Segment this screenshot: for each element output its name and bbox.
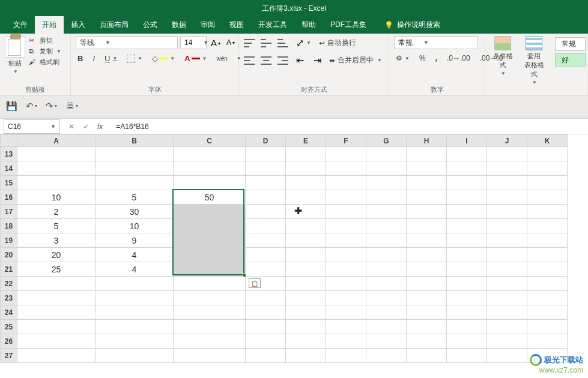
cell-C13[interactable]	[174, 147, 246, 161]
col-header-E[interactable]: E	[286, 135, 326, 147]
row-header-14[interactable]: 14	[1, 161, 17, 176]
cell-H17[interactable]	[407, 205, 447, 219]
italic-button[interactable]: I	[91, 53, 97, 64]
cell-G24[interactable]	[366, 305, 407, 320]
cell-H16[interactable]	[407, 190, 447, 205]
cell-G17[interactable]	[366, 205, 407, 219]
cell-C15[interactable]	[174, 176, 246, 190]
cell-K27[interactable]	[527, 349, 568, 363]
cell-I21[interactable]	[447, 262, 487, 277]
bold-button[interactable]: B	[76, 53, 85, 64]
cell-E15[interactable]	[286, 176, 326, 190]
cell-K13[interactable]	[527, 147, 568, 161]
cell-D17[interactable]	[246, 205, 286, 219]
row-header-25[interactable]: 25	[1, 320, 17, 334]
tab-insert[interactable]: 插入	[64, 16, 92, 34]
cell-F19[interactable]	[326, 233, 366, 248]
cell-B19[interactable]: 9	[95, 233, 174, 248]
tab-dev[interactable]: 开发工具	[251, 16, 294, 34]
cell-F13[interactable]	[326, 147, 366, 161]
cell-F23[interactable]	[326, 291, 366, 305]
cell-K18[interactable]	[527, 219, 568, 233]
cell-E14[interactable]	[286, 161, 326, 176]
align-bottom-button[interactable]	[277, 39, 288, 47]
cell-H21[interactable]	[407, 262, 447, 277]
cell-J21[interactable]	[487, 262, 527, 277]
cell-B26[interactable]	[95, 334, 174, 349]
cell-I22[interactable]	[447, 277, 487, 291]
cell-G19[interactable]	[366, 233, 407, 248]
col-header-K[interactable]: K	[527, 135, 568, 147]
align-top-button[interactable]	[244, 39, 255, 47]
row-header-20[interactable]: 20	[1, 248, 17, 262]
cell-H25[interactable]	[407, 320, 447, 334]
cell-J22[interactable]	[487, 277, 527, 291]
cell-G15[interactable]	[366, 176, 407, 190]
cell-E25[interactable]	[286, 320, 326, 334]
copy-button[interactable]: ⧉复制▼	[29, 47, 61, 56]
cell-D16[interactable]	[246, 190, 286, 205]
cell-D19[interactable]	[246, 233, 286, 248]
cell-D21[interactable]	[246, 262, 286, 277]
cell-D14[interactable]	[246, 161, 286, 176]
cell-D26[interactable]	[246, 334, 286, 349]
cell-I16[interactable]	[447, 190, 487, 205]
decrease-indent-button[interactable]: ⇤	[294, 53, 306, 67]
tab-help[interactable]: 帮助	[294, 16, 323, 34]
row-header-27[interactable]: 27	[1, 349, 17, 363]
cell-D27[interactable]	[246, 349, 286, 363]
cell-C27[interactable]	[174, 349, 246, 363]
cut-button[interactable]: ✂剪切	[29, 36, 61, 45]
cell-G25[interactable]	[366, 320, 407, 334]
cell-B21[interactable]: 4	[95, 262, 174, 277]
cell-F17[interactable]	[326, 205, 366, 219]
cell-I13[interactable]	[447, 147, 487, 161]
increase-indent-button[interactable]: ⇥	[312, 53, 323, 67]
cell-F16[interactable]	[326, 190, 366, 205]
cell-H20[interactable]	[407, 248, 447, 262]
cell-B13[interactable]	[95, 147, 174, 161]
cell-G27[interactable]	[366, 349, 407, 363]
row-header-13[interactable]: 13	[1, 147, 17, 161]
cell-A15[interactable]	[17, 176, 95, 190]
tab-pdf[interactable]: PDF工具集	[323, 16, 374, 34]
enter-button[interactable]: ✓	[83, 122, 89, 131]
cell-styles-gallery[interactable]: 常规 好	[551, 34, 587, 95]
accounting-format-button[interactable]: ⚙▼	[394, 53, 411, 64]
cell-I14[interactable]	[447, 161, 487, 176]
col-header-D[interactable]: D	[246, 135, 286, 147]
cell-G16[interactable]	[366, 190, 407, 205]
cell-B24[interactable]	[95, 305, 174, 320]
conditional-format-button[interactable]: 条件格式▼	[490, 36, 515, 76]
decrease-font-button[interactable]: A▾	[225, 37, 237, 48]
name-box[interactable]: C16▼	[4, 119, 60, 134]
cell-K19[interactable]	[527, 233, 568, 248]
align-right-button[interactable]	[277, 56, 288, 65]
cell-D18[interactable]	[246, 219, 286, 233]
cell-J15[interactable]	[487, 176, 527, 190]
cell-B25[interactable]	[95, 320, 174, 334]
cell-G26[interactable]	[366, 334, 407, 349]
cell-B20[interactable]: 4	[95, 248, 174, 262]
cell-A19[interactable]: 3	[17, 233, 95, 248]
cell-E27[interactable]	[286, 349, 326, 363]
cell-K25[interactable]	[527, 320, 568, 334]
redo-button[interactable]: ↷▾	[46, 101, 57, 112]
cell-F25[interactable]	[326, 320, 366, 334]
cell-J25[interactable]	[487, 320, 527, 334]
cell-A22[interactable]	[17, 277, 95, 291]
row-header-23[interactable]: 23	[1, 291, 17, 305]
cell-B16[interactable]: 5	[95, 190, 174, 205]
col-header-H[interactable]: H	[407, 135, 447, 147]
cell-I27[interactable]	[447, 349, 487, 363]
row-header-17[interactable]: 17	[1, 205, 17, 219]
cell-H19[interactable]	[407, 233, 447, 248]
cell-F27[interactable]	[326, 349, 366, 363]
cell-I18[interactable]	[447, 219, 487, 233]
cell-J20[interactable]	[487, 248, 527, 262]
cell-K14[interactable]	[527, 161, 568, 176]
cell-G21[interactable]	[366, 262, 407, 277]
font-color-button[interactable]: A▼	[183, 53, 208, 64]
cell-E16[interactable]	[286, 190, 326, 205]
font-name-combo[interactable]: 等线▼	[76, 36, 178, 49]
